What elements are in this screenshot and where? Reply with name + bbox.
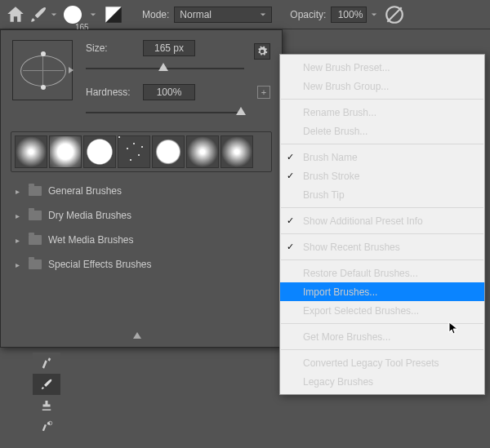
menu-item: Export Selected Brushes... xyxy=(280,301,484,320)
controls-column: Size: 165 px Hardness: 100% xyxy=(86,40,270,118)
panel-resize-handle[interactable] xyxy=(1,332,274,340)
folder-label: General Brushes xyxy=(48,185,122,197)
check-icon: ✓ xyxy=(287,171,294,181)
hardness-slider[interactable] xyxy=(86,107,244,118)
home-icon[interactable] xyxy=(5,4,26,25)
menu-item-label: Show Recent Brushes xyxy=(303,242,400,253)
brush-thumb[interactable] xyxy=(49,135,82,168)
folder-label: Dry Media Brushes xyxy=(48,210,131,221)
folder-icon xyxy=(29,186,42,196)
menu-item-label: New Brush Preset... xyxy=(303,62,390,73)
menu-item[interactable]: ✓Show Recent Brushes xyxy=(280,237,484,256)
menu-separator xyxy=(281,323,483,324)
menu-item-label: Brush Tip xyxy=(303,189,345,201)
menu-separator xyxy=(281,259,483,260)
check-icon: ✓ xyxy=(287,215,294,226)
size-field[interactable]: 165 px xyxy=(143,40,195,56)
mode-label: Mode: xyxy=(142,9,169,20)
chevron-right-icon: ▸ xyxy=(16,260,22,269)
check-icon: ✓ xyxy=(287,152,294,162)
menu-item-label: Delete Brush... xyxy=(303,126,368,137)
hardness-field[interactable]: 100% xyxy=(143,84,195,100)
mode-dropdown[interactable]: Normal xyxy=(174,7,272,23)
menu-item[interactable]: Restore Default Brushes... xyxy=(280,264,484,282)
menu-item-label: Brush Name xyxy=(303,152,358,163)
menu-item[interactable]: Brush Tip xyxy=(280,185,484,204)
history-brush-alt-icon[interactable] xyxy=(33,416,60,437)
folder-icon xyxy=(29,259,42,269)
menu-item[interactable]: New Brush Preset... xyxy=(280,58,484,77)
new-preset-icon[interactable]: + xyxy=(257,86,270,99)
menu-item-label: Brush Stroke xyxy=(303,171,359,182)
menu-separator xyxy=(281,349,483,350)
brush-thumb[interactable] xyxy=(83,135,116,168)
menu-item-label: Import Brushes... xyxy=(303,286,377,298)
brush-tool-icon[interactable] xyxy=(28,4,49,25)
gear-icon[interactable] xyxy=(254,43,270,60)
menu-item: Rename Brush... xyxy=(280,103,484,122)
history-brush-icon[interactable] xyxy=(33,353,60,374)
options-bar: 165 Mode: Normal Opacity: 100% xyxy=(0,0,490,29)
menu-item-label: New Brush Group... xyxy=(303,81,389,92)
menu-separator xyxy=(281,99,483,100)
brush-thumb[interactable] xyxy=(118,135,150,168)
folder-icon xyxy=(29,211,42,220)
brush-dot-icon xyxy=(64,6,82,24)
stamp-tool-icon[interactable] xyxy=(33,395,60,416)
recent-brushes-row xyxy=(11,131,272,172)
menu-item[interactable]: New Brush Group... xyxy=(280,77,484,95)
brush-thumb[interactable] xyxy=(186,135,219,168)
opacity-value: 100% xyxy=(338,9,363,20)
brush-picker-panel: Size: 165 px Hardness: 100% + xyxy=(0,29,283,348)
menu-separator xyxy=(281,144,483,144)
menu-separator xyxy=(281,233,483,234)
menu-item-label: Export Selected Brushes... xyxy=(303,305,419,317)
brush-thumb[interactable] xyxy=(220,135,253,168)
tools-column xyxy=(33,353,60,437)
menu-item[interactable]: Import Brushes... xyxy=(280,282,484,301)
hardness-label: Hardness: xyxy=(86,86,143,98)
menu-item[interactable]: ✓Brush Stroke xyxy=(280,166,484,185)
opacity-chevron[interactable] xyxy=(369,11,379,18)
menu-item: Delete Brush... xyxy=(280,122,484,140)
check-icon: ✓ xyxy=(287,242,294,252)
flyout-menu: New Brush Preset...New Brush Group...Ren… xyxy=(279,54,485,395)
menu-item-label: Show Additional Preset Info xyxy=(303,215,423,227)
menu-separator xyxy=(281,207,483,208)
menu-item-label: Rename Brush... xyxy=(303,107,376,118)
folders-list: ▸General Brushes▸Dry Media Brushes▸Wet M… xyxy=(1,175,282,280)
menu-item-label: Restore Default Brushes... xyxy=(303,268,418,279)
folder-label: Wet Media Brushes xyxy=(48,234,134,246)
menu-item-label: Get More Brushes... xyxy=(303,331,390,343)
panel-top-row: Size: 165 px Hardness: 100% xyxy=(1,30,282,122)
pressure-opacity-icon[interactable] xyxy=(384,4,405,25)
opacity-field[interactable]: 100% xyxy=(331,7,367,23)
tool-preset-chevron[interactable] xyxy=(51,4,57,25)
brush-angle-preview[interactable] xyxy=(12,40,73,100)
folder-item[interactable]: ▸Special Effects Brushes xyxy=(11,252,272,277)
brush-preview-button[interactable]: 165 xyxy=(59,2,87,27)
folder-item[interactable]: ▸General Brushes xyxy=(11,179,272,203)
brush-tool-icon[interactable] xyxy=(33,374,60,395)
menu-item[interactable]: Converted Legacy Tool Presets xyxy=(280,353,484,372)
size-slider[interactable] xyxy=(86,63,244,74)
folder-item[interactable]: ▸Dry Media Brushes xyxy=(11,203,272,228)
opacity-label: Opacity: xyxy=(290,9,326,20)
brush-thumb[interactable] xyxy=(15,135,47,168)
chevron-right-icon: ▸ xyxy=(16,236,22,245)
menu-item-label: Legacy Brushes xyxy=(303,376,373,388)
menu-item-label: Converted Legacy Tool Presets xyxy=(303,357,439,369)
chevron-right-icon: ▸ xyxy=(16,211,22,220)
menu-item[interactable]: ✓Brush Name xyxy=(280,148,484,166)
menu-item[interactable]: ✓Show Additional Preset Info xyxy=(280,211,484,230)
mode-value: Normal xyxy=(180,9,212,20)
brush-settings-icon[interactable] xyxy=(103,4,124,25)
menu-item[interactable]: Legacy Brushes xyxy=(280,372,484,391)
chevron-right-icon: ▸ xyxy=(16,187,22,196)
folder-label: Special Effects Brushes xyxy=(48,259,152,270)
folder-item[interactable]: ▸Wet Media Brushes xyxy=(11,228,272,252)
brush-thumb[interactable] xyxy=(152,135,185,168)
folder-icon xyxy=(29,235,42,245)
menu-item[interactable]: Get More Brushes... xyxy=(280,327,484,346)
brush-picker-chevron[interactable] xyxy=(88,11,98,18)
